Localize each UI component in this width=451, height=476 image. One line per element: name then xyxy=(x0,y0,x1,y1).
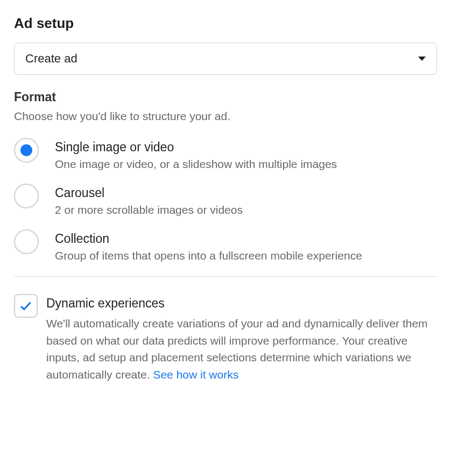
ad-setup-title: Ad setup xyxy=(14,15,437,32)
radio-icon xyxy=(14,184,39,208)
ad-type-dropdown[interactable]: Create ad xyxy=(14,43,437,75)
format-title: Format xyxy=(14,90,437,104)
dynamic-experiences-checkbox[interactable] xyxy=(14,294,38,318)
check-icon xyxy=(19,299,33,313)
caret-down-icon xyxy=(418,57,426,61)
format-option-single-image-video[interactable]: Single image or video One image or video… xyxy=(14,138,437,171)
option-description: 2 or more scrollable images or videos xyxy=(55,204,243,216)
radio-icon xyxy=(14,229,39,254)
format-description: Choose how you'd like to structure your … xyxy=(14,110,437,123)
divider xyxy=(14,276,437,277)
format-radio-group: Single image or video One image or video… xyxy=(14,138,437,262)
option-title: Single image or video xyxy=(55,140,337,155)
see-how-it-works-link[interactable]: See how it works xyxy=(153,368,238,381)
format-option-collection[interactable]: Collection Group of items that opens int… xyxy=(14,229,437,262)
dynamic-experiences-description: We'll automatically create variations of… xyxy=(46,315,437,383)
dynamic-experiences-row: Dynamic experiences We'll automatically … xyxy=(14,294,437,383)
option-title: Carousel xyxy=(55,186,243,200)
format-option-carousel[interactable]: Carousel 2 or more scrollable images or … xyxy=(14,184,437,216)
option-description: Group of items that opens into a fullscr… xyxy=(55,249,362,262)
option-description: One image or video, or a slideshow with … xyxy=(55,158,337,171)
radio-icon xyxy=(14,138,39,163)
option-title: Collection xyxy=(55,232,362,246)
dynamic-experiences-title: Dynamic experiences xyxy=(46,296,437,311)
dropdown-selected-label: Create ad xyxy=(25,52,77,66)
